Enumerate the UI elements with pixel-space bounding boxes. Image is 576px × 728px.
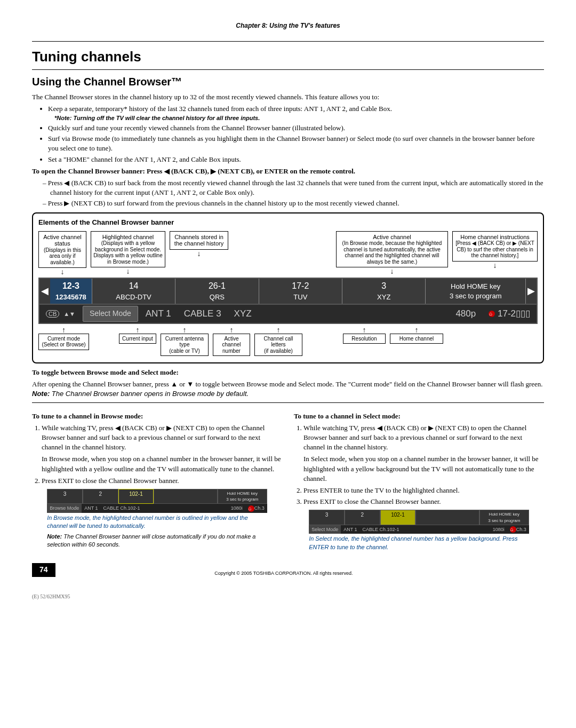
bullet-2: Quickly surf and tune your recently view…: [48, 123, 544, 133]
select-heading: To tune to a channel in Select mode:: [294, 412, 544, 421]
browse-column: To tune to a channel in Browse mode: Whi…: [32, 407, 282, 553]
callout-resolution: Resolution: [343, 334, 386, 344]
cb-badge-icon: CB: [46, 310, 59, 318]
mini-cell-empty: [415, 510, 479, 525]
press-back: – Press ◀ (BACK CB) to surf back from th…: [43, 178, 544, 197]
select-column: To tune to a channel in Select mode: Whi…: [294, 407, 544, 553]
arrow-down-icon: ↓: [38, 268, 86, 275]
select-step-1b: In Select mode, when you stop on a chann…: [303, 454, 544, 484]
feature-bullets: Keep a separate, temporary* history of t…: [48, 104, 544, 164]
select-step-2: Press ENTER to tune the TV to the highli…: [303, 486, 544, 495]
mini-cell-highlighted-fill: 102-1: [380, 510, 416, 525]
bullet-1-note: *Note: Turning off the TV will clear the…: [54, 114, 544, 122]
browse-caption: In Browse mode, the highlighted channel …: [47, 514, 267, 531]
chapter-header: Chapter 8: Using the TV's features: [32, 21, 544, 30]
status-input: ANT 1: [139, 305, 178, 322]
callout-stored: Channels stored in the channel history: [170, 231, 228, 250]
footer: 74 Copyright © 2005 TOSHIBA CORPORATION.…: [32, 563, 544, 577]
mini-res: 1080i: [228, 504, 245, 513]
updown-icon: ▲▼: [63, 311, 75, 317]
tri-left-icon: ◀: [39, 279, 50, 304]
mini-cell: 3: [309, 510, 345, 525]
callout-active-num: Active channel number: [213, 334, 250, 357]
callout-current-mode: Current mode (Select or Browse): [38, 334, 89, 350]
select-caption: In Select mode, the highlighted channel …: [309, 535, 529, 551]
select-steps: While watching TV, press ◀ (BACK CB) or …: [303, 423, 544, 507]
mini-cell: 3: [47, 489, 83, 504]
mini-home: Ch.3: [245, 504, 267, 513]
top-callouts-row: Active channel status (Displays in this …: [38, 231, 538, 276]
callout-active-channel: Active channel (In Browse mode, because …: [336, 231, 448, 268]
mini-cell-hold: Hold HOME key 3 sec to program: [479, 510, 529, 525]
rule-top: [32, 41, 544, 42]
select-step-3: Press EXIT to close the Channel Browser …: [303, 497, 544, 507]
doc-code: (E) 52/62HMX95: [32, 593, 544, 600]
mini-info: CABLE Ch.102-1: [360, 525, 490, 534]
mini-banner-select: 3 2 102-1 Hold HOME key 3 sec to program…: [309, 510, 529, 534]
arrow-up-icon: ↑: [390, 326, 443, 334]
status-cb: CB ▲▼: [39, 306, 82, 321]
mini-cell: 2: [83, 489, 118, 504]
browse-step-2: Press EXIT to close the Channel Browser …: [42, 476, 282, 486]
diagram-elements: Elements of the Channel Browser banner A…: [32, 212, 544, 363]
mini-banner-browse: 3 2 102-1 Hold HOME key 3 sec to program…: [47, 489, 267, 513]
bullet-3: Surf via Browse mode (to immediately tun…: [48, 134, 544, 153]
press-next: – Press ▶ (NEXT CB) to surf forward from…: [43, 199, 544, 208]
mini-ant: ANT 1: [82, 504, 100, 513]
mini-home: Ch.3: [507, 525, 529, 534]
browse-step-1: While watching TV, press ◀ (BACK CB) or …: [42, 423, 282, 474]
status-antenna: CABLE 3: [178, 305, 228, 322]
copyright: Copyright © 2005 TOSHIBA CORPORATION. Al…: [55, 570, 512, 577]
callout-home-instr: Home channel instructions [Press ◀ (BACK…: [452, 231, 538, 262]
bullet-1: Keep a separate, temporary* history of t…: [48, 104, 544, 122]
status-home: 17-2▯▯▯: [482, 305, 537, 322]
callout-current-input: Current input: [119, 334, 156, 344]
mini-res: 1080i: [490, 525, 507, 534]
open-instruction: To open the Channel Browser banner: Pres…: [32, 167, 544, 176]
mini-cell-empty: [154, 489, 217, 504]
browse-step-1b: In Browse mode, when you stop on a chann…: [42, 454, 282, 473]
arrow-up-icon: ↑: [343, 326, 386, 334]
two-column-instructions: To tune to a channel in Browse mode: Whi…: [32, 407, 544, 553]
arrow-down-icon: ↓: [170, 250, 228, 257]
mini-cell-hold: Hold HOME key 3 sec to program: [218, 489, 267, 504]
arrow-up-icon: ↑: [254, 326, 302, 334]
home-icon: [489, 311, 495, 317]
callout-call-letters: Channel call letters (if available): [254, 334, 302, 357]
banner-cell-3: 26-1 QRS: [175, 279, 259, 304]
mini-cell-highlighted: 102-1: [118, 489, 154, 504]
browse-steps: While watching TV, press ◀ (BACK CB) or …: [42, 423, 282, 486]
arrow-up-icon: ↑: [213, 326, 250, 334]
intro-text: The Channel Browser stores in the channe…: [32, 92, 544, 102]
toggle-heading: To toggle between Browse mode and Select…: [32, 368, 544, 377]
status-call: XYZ: [228, 305, 450, 322]
home-icon: [248, 505, 254, 512]
banner-row: ◀ 12-3 12345678 14 ABCD-DTV 26-1 QRS 17-…: [38, 278, 538, 305]
press-instructions: – Press ◀ (BACK CB) to surf back from th…: [43, 178, 544, 209]
status-mode: Select Mode: [83, 306, 138, 322]
arrow-up-icon: ↑: [38, 326, 89, 334]
arrow-up-icon: ↑: [161, 326, 209, 334]
mini-mode: Browse Mode: [47, 504, 82, 513]
callout-home-channel: Home channel: [390, 334, 443, 344]
diagram-title: Elements of the Channel Browser banner: [38, 218, 538, 227]
select-step-1: While watching TV, press ◀ (BACK CB) or …: [303, 423, 544, 484]
banner-cell-4: 17-2 TUV: [259, 279, 342, 304]
bullet-1-text: Keep a separate, temporary* history of t…: [48, 105, 392, 113]
rule-h1: [32, 69, 544, 70]
banner-cell-home: Hold HOME key 3 sec to program: [426, 279, 526, 304]
home-icon: [510, 526, 516, 533]
arrow-down-icon: ↓: [91, 267, 165, 275]
mini-ant: ANT 1: [341, 525, 359, 534]
tri-right-icon: ▶: [526, 279, 537, 304]
status-resolution: 480p: [449, 305, 482, 322]
bottom-callouts-row: ↑ Current mode (Select or Browse) ↑ Curr…: [38, 326, 538, 357]
banner-cell-1: 12-3 12345678: [50, 279, 92, 304]
page-title: Tuning channels: [32, 47, 544, 66]
arrow-down-icon: ↓: [336, 267, 448, 275]
mini-mode: Select Mode: [309, 525, 341, 534]
callout-active-status: Active channel status (Displays in this …: [38, 231, 86, 268]
mini-info: CABLE Ch.102-1: [101, 504, 228, 513]
status-row: CB ▲▼ Select Mode ANT 1 CABLE 3 XYZ 480p…: [38, 305, 538, 324]
banner-cell-2: 14 ABCD-DTV: [92, 279, 175, 304]
